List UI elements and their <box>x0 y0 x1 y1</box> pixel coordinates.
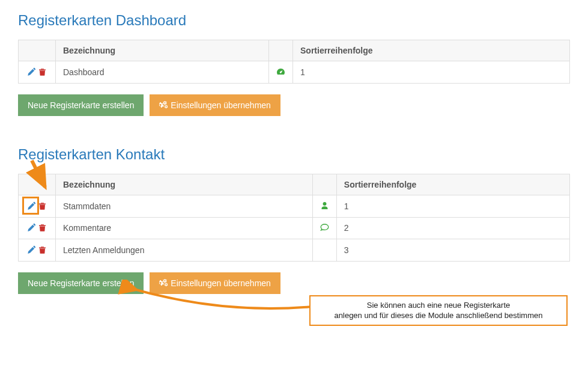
row-name: Letzten Anmeldungen <box>56 239 313 262</box>
gears-icon <box>159 278 168 288</box>
row-order: 1 <box>336 195 569 217</box>
row-order: 3 <box>336 239 569 262</box>
user-icon <box>320 201 329 212</box>
section-title: Registerkarten Kontakt <box>18 146 570 163</box>
col-actions <box>19 174 56 195</box>
table-row: Kommentare 2 <box>19 217 570 239</box>
delete-icon[interactable] <box>38 201 46 212</box>
apply-label: Einstellungen übernehmen <box>171 100 271 110</box>
delete-icon[interactable] <box>38 223 46 233</box>
row-name: Dashboard <box>56 61 269 84</box>
apply-settings-button[interactable]: Einstellungen übernehmen <box>150 94 280 116</box>
row-name: Kommentare <box>56 217 313 239</box>
tabs-table: Bezeichnung Sortierreihenfolge Stammdate… <box>18 174 570 262</box>
col-icon <box>269 40 293 61</box>
tabs-table: Bezeichnung Sortierreihenfolge Dashboard… <box>18 40 570 84</box>
edit-icon[interactable] <box>28 67 36 78</box>
table-row: Dashboard 1 <box>19 61 570 84</box>
col-sort: Sortierreihenfolge <box>293 40 570 61</box>
table-row: Stammdaten 1 <box>19 195 570 217</box>
edit-icon[interactable] <box>28 223 36 233</box>
dashboard-icon <box>276 67 285 78</box>
delete-icon[interactable] <box>38 245 46 256</box>
edit-icon[interactable] <box>28 201 36 212</box>
table-row: Letzten Anmeldungen 3 <box>19 239 570 262</box>
col-bezeichnung: Bezeichnung <box>56 40 269 61</box>
apply-label: Einstellungen übernehmen <box>171 278 271 288</box>
section-kontakt: Registerkarten Kontakt Bezeichnung Sorti… <box>18 146 570 294</box>
delete-icon[interactable] <box>38 67 46 78</box>
new-tab-button[interactable]: Neue Registerkarte erstellen <box>18 272 144 294</box>
section-title: Registerkarten Dashboard <box>18 12 570 29</box>
callout-text: Sie können auch eine neue Registerkarte … <box>335 301 543 320</box>
annotation-callout: Sie können auch eine neue Registerkarte … <box>309 295 568 326</box>
col-actions <box>19 40 56 61</box>
row-order: 2 <box>336 217 569 239</box>
edit-icon[interactable] <box>28 245 36 256</box>
row-name: Stammdaten <box>56 195 313 217</box>
apply-settings-button[interactable]: Einstellungen übernehmen <box>150 272 280 294</box>
row-order: 1 <box>293 61 570 84</box>
col-bezeichnung: Bezeichnung <box>56 174 313 195</box>
col-icon <box>312 174 336 195</box>
col-sort: Sortierreihenfolge <box>336 174 569 195</box>
comment-icon <box>320 223 329 233</box>
new-tab-button[interactable]: Neue Registerkarte erstellen <box>18 94 144 116</box>
gears-icon <box>159 100 168 110</box>
section-dashboard: Registerkarten Dashboard Bezeichnung Sor… <box>18 12 570 116</box>
